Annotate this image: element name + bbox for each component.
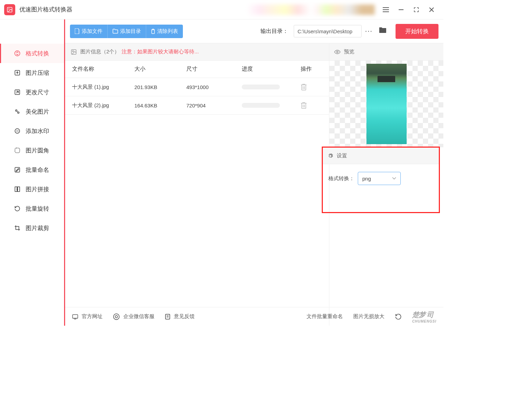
wechat-support-link[interactable]: 企业微信客服 <box>113 313 154 320</box>
globe-icon <box>72 314 78 319</box>
settings-header: 设置 <box>323 148 439 164</box>
cell-size: 201.93KB <box>134 84 186 90</box>
folder-icon <box>113 29 118 34</box>
batch-rename-link[interactable]: 文件批量重命名 <box>307 313 343 320</box>
sidebar-item-label: 图片压缩 <box>26 69 49 77</box>
sidebar-item-label: 批量旋转 <box>26 205 49 213</box>
watermark-icon: 印 <box>14 128 21 134</box>
col-header-progress: 进度 <box>242 65 301 73</box>
feedback-link[interactable]: 意见反馈 <box>165 313 195 320</box>
format-value: png <box>362 176 371 182</box>
svg-rect-2 <box>399 9 404 10</box>
cell-dimension: 720*904 <box>186 103 242 108</box>
sidebar-item-beautify[interactable]: 美化图片 <box>0 102 65 121</box>
svg-point-18 <box>114 314 119 319</box>
cell-progress <box>242 103 301 108</box>
sidebar-item-stitch[interactable]: 图片拼接 <box>0 179 65 199</box>
resize-icon <box>14 89 21 96</box>
svg-rect-10 <box>15 148 20 153</box>
eye-icon <box>334 50 340 54</box>
maximize-button[interactable] <box>413 6 420 13</box>
sidebar-item-format-convert[interactable]: 格式转换 <box>0 44 65 63</box>
col-header-operation: 操作 <box>301 65 322 73</box>
title-bar: 优速图片格式转换器 <box>0 0 443 19</box>
more-icon[interactable]: ⋯ <box>364 27 373 36</box>
sidebar-item-label: 格式转换 <box>26 50 49 58</box>
sidebar-item-rename[interactable]: 批量命名 <box>0 160 65 179</box>
open-folder-icon[interactable] <box>379 27 387 35</box>
add-file-button[interactable]: 添加文件 <box>70 25 108 38</box>
start-convert-button[interactable]: 开始转换 <box>396 24 438 39</box>
table-row: 十大风景 (1).jpg 201.93KB 493*1000 <box>65 78 329 96</box>
image-info-icon <box>71 49 77 55</box>
info-warning: 注意：如果图片较大请耐心等待... <box>122 49 199 55</box>
stitch-icon <box>14 186 21 193</box>
titlebar-blur <box>72 5 378 15</box>
settings-label: 设置 <box>337 152 347 159</box>
sidebar-item-label: 图片裁剪 <box>26 224 49 232</box>
format-select[interactable]: png <box>358 172 401 185</box>
beautify-icon <box>14 108 21 115</box>
official-site-link[interactable]: 官方网址 <box>72 313 103 320</box>
sidebar-item-watermark[interactable]: 印 添加水印 <box>0 121 65 141</box>
add-folder-button[interactable]: 添加目录 <box>108 25 146 38</box>
table-row: 十大风景 (2).jpg 164.63KB 720*904 <box>65 96 329 115</box>
output-dir-label: 输出目录： <box>260 28 288 35</box>
corner-icon <box>14 147 21 154</box>
rotate-icon <box>14 205 21 212</box>
sidebar-item-label: 图片拼接 <box>26 185 49 193</box>
cell-size: 164.63KB <box>134 103 186 108</box>
compress-icon <box>14 69 21 76</box>
sidebar: 格式转换 图片压缩 更改尺寸 美化图片 印 添加水印 图片圆角 <box>0 19 65 326</box>
minimize-button[interactable] <box>398 6 405 13</box>
sidebar-item-crop[interactable]: 图片裁剪 <box>0 218 65 238</box>
cell-filename: 十大风景 (1).jpg <box>72 84 134 90</box>
svg-point-7 <box>18 112 19 114</box>
cell-progress <box>242 85 301 89</box>
headset-icon <box>113 313 120 320</box>
delete-row-button[interactable] <box>301 102 322 109</box>
lossless-zoom-link[interactable]: 图片无损放大 <box>353 313 384 320</box>
menu-icon[interactable] <box>382 6 389 13</box>
col-header-name: 文件名称 <box>72 65 134 73</box>
format-label: 格式转换： <box>328 175 354 182</box>
swap-icon <box>14 50 21 57</box>
svg-point-19 <box>115 315 118 318</box>
table-header: 文件名称 大小 尺寸 进度 操作 <box>65 61 329 78</box>
svg-point-16 <box>337 51 338 53</box>
delete-row-button[interactable] <box>301 84 322 90</box>
settings-highlight-box: 设置 格式转换： png <box>322 147 440 213</box>
info-bar: 图片信息（2个） 注意：如果图片较大请耐心等待... <box>65 43 329 61</box>
sidebar-item-corner[interactable]: 图片圆角 <box>0 141 65 160</box>
svg-point-6 <box>16 110 17 112</box>
app-title: 优速图片格式转换器 <box>19 6 72 14</box>
gear-icon <box>328 153 333 159</box>
preview-header: 预览 <box>329 43 443 61</box>
rename-icon <box>14 166 21 173</box>
app-logo <box>4 4 15 15</box>
sidebar-item-resize[interactable]: 更改尺寸 <box>0 82 65 102</box>
crop-icon <box>14 225 21 231</box>
footer: 官方网址 企业微信客服 意见反馈 文件批量重命名 图片无损放大 楚梦 司 CHU… <box>65 307 443 326</box>
feedback-icon <box>165 314 170 320</box>
file-list-panel: 图片信息（2个） 注意：如果图片较大请耐心等待... 文件名称 大小 尺寸 进度… <box>65 43 329 326</box>
sidebar-item-compress[interactable]: 图片压缩 <box>0 63 65 82</box>
close-button[interactable] <box>428 6 435 13</box>
trash-icon <box>151 29 155 34</box>
clear-list-button[interactable]: 清除列表 <box>146 25 183 38</box>
refresh-icon[interactable] <box>395 313 402 320</box>
preview-label: 预览 <box>344 49 354 55</box>
info-text: 图片信息（2个） <box>80 49 119 55</box>
preview-canvas <box>329 61 443 147</box>
right-panel: 预览 设置 格式转换： png <box>329 43 443 326</box>
svg-point-1 <box>8 8 9 9</box>
cell-dimension: 493*1000 <box>186 84 242 90</box>
watermark-brand: 楚梦 司 CHUMENGSI <box>412 310 436 323</box>
sidebar-item-rotate[interactable]: 批量旋转 <box>0 199 65 218</box>
col-header-dimension: 尺寸 <box>186 65 242 73</box>
sidebar-item-label: 批量命名 <box>26 166 49 174</box>
main-panel: 添加文件 添加目录 清除列表 输出目录： ⋯ 开始转换 <box>64 19 443 326</box>
sidebar-item-label: 添加水印 <box>26 127 49 135</box>
col-header-size: 大小 <box>134 65 186 73</box>
output-dir-input[interactable] <box>294 25 362 37</box>
